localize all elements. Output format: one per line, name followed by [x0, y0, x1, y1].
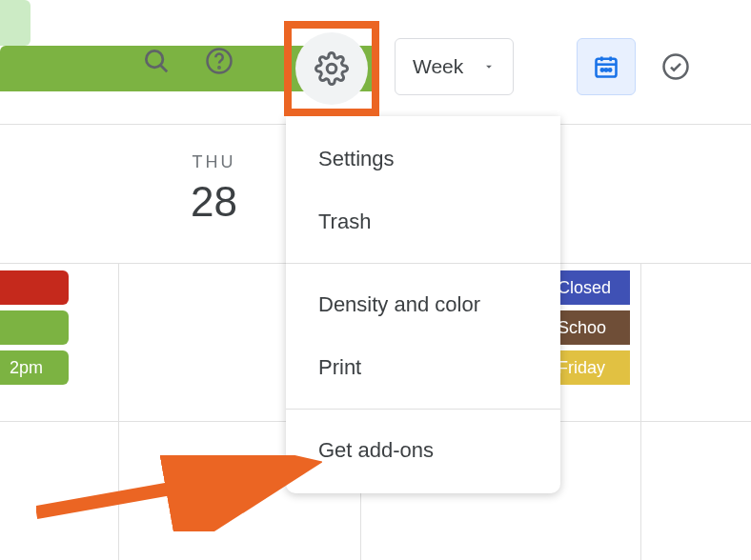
view-selector[interactable]: Week	[395, 38, 514, 95]
svg-point-4	[327, 64, 336, 73]
view-selector-label: Week	[413, 55, 463, 78]
event-chip-green[interactable]	[0, 310, 69, 345]
help-icon[interactable]	[196, 38, 242, 84]
day-column-header: THU 28	[191, 152, 237, 226]
svg-point-11	[609, 69, 611, 70]
grid-line	[640, 263, 641, 560]
event-block-light[interactable]	[0, 0, 30, 46]
svg-line-14	[36, 469, 284, 512]
gear-icon[interactable]	[301, 38, 362, 99]
svg-line-1	[161, 66, 168, 72]
event-chip-green-2[interactable]: 2pm	[0, 350, 69, 385]
menu-item-settings[interactable]: Settings	[286, 128, 560, 190]
svg-point-9	[601, 69, 603, 70]
menu-item-trash[interactable]: Trash	[286, 190, 560, 253]
svg-point-10	[605, 69, 607, 70]
menu-item-print[interactable]: Print	[286, 336, 560, 399]
svg-point-0	[146, 50, 163, 68]
calendar-icon[interactable]	[577, 38, 636, 95]
annotation-arrow	[36, 455, 322, 531]
menu-divider	[286, 409, 560, 410]
event-chip-red[interactable]	[0, 270, 69, 305]
tasks-icon[interactable]	[653, 44, 699, 90]
svg-point-12	[664, 55, 688, 79]
chevron-down-icon	[482, 60, 496, 73]
menu-divider	[286, 263, 560, 264]
toolbar	[133, 38, 242, 84]
menu-item-density[interactable]: Density and color	[286, 273, 560, 336]
right-icon-group	[577, 38, 699, 95]
search-icon[interactable]	[133, 38, 179, 84]
day-number[interactable]: 28	[191, 178, 237, 226]
svg-point-3	[218, 67, 219, 68]
menu-item-addons[interactable]: Get add-ons	[286, 419, 560, 482]
day-label: THU	[191, 152, 237, 172]
grid-line	[118, 263, 119, 560]
settings-menu: Settings Trash Density and color Print G…	[286, 116, 560, 493]
